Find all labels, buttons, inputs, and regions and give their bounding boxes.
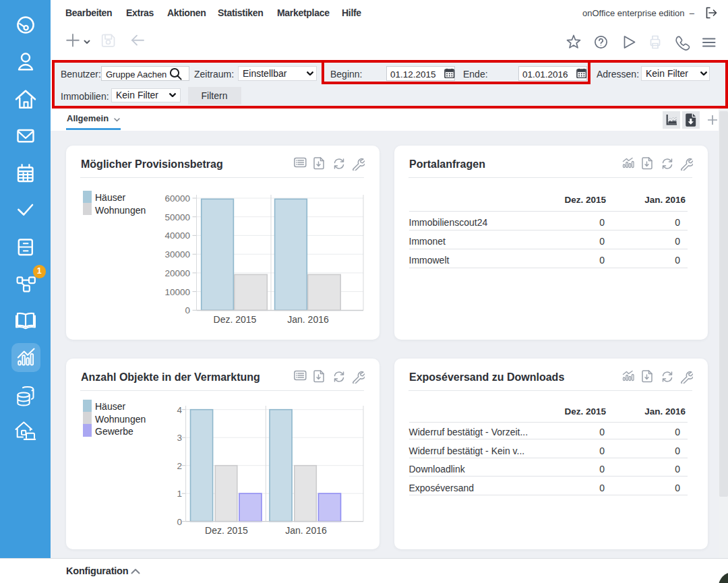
svg-text:60000: 60000	[164, 193, 190, 204]
svg-text:2: 2	[177, 461, 182, 471]
svg-text:40000: 40000	[164, 231, 190, 241]
svg-text:20000: 20000	[164, 268, 190, 278]
svg-text:Dez. 2015: Dez. 2015	[214, 314, 257, 325]
svg-text:4: 4	[177, 405, 182, 415]
svg-text:1: 1	[177, 489, 182, 499]
svg-text:3: 3	[177, 433, 182, 443]
svg-text:0: 0	[185, 305, 190, 315]
svg-text:50000: 50000	[164, 212, 190, 222]
svg-text:0: 0	[177, 517, 182, 527]
svg-text:Dez. 2015: Dez. 2015	[205, 525, 248, 536]
svg-text:30000: 30000	[164, 249, 190, 259]
svg-text:Jan. 2016: Jan. 2016	[285, 525, 327, 536]
svg-text:10000: 10000	[164, 287, 190, 297]
svg-text:Jan. 2016: Jan. 2016	[287, 314, 329, 325]
